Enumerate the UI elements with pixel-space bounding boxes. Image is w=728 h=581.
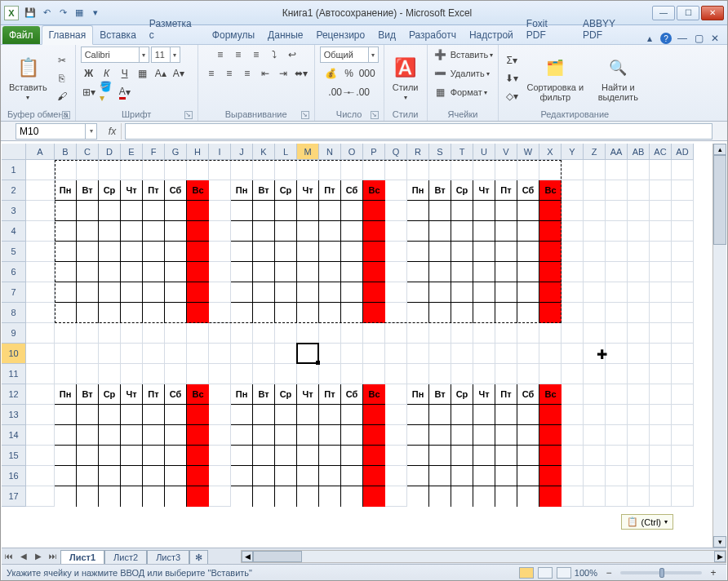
tab-data[interactable]: Данные [261, 26, 309, 44]
col-header-AD[interactable]: AD [672, 144, 694, 160]
font-color-button[interactable]: A▾ [117, 84, 133, 100]
view-normal-icon[interactable] [519, 567, 534, 579]
col-header-E[interactable]: E [121, 144, 143, 160]
col-header-C[interactable]: C [77, 144, 99, 160]
borders-dropdown[interactable]: ⊞▾ [81, 84, 97, 100]
increase-indent-icon[interactable]: ⇥ [275, 65, 291, 82]
decrease-font-icon[interactable]: A▾ [171, 65, 187, 82]
scroll-left-icon[interactable]: ◀ [242, 551, 253, 562]
minimize-button[interactable]: — [652, 6, 675, 20]
row-header-2[interactable]: 2 [2, 180, 26, 201]
align-dialog-icon[interactable]: ↘ [301, 111, 309, 119]
col-header-L[interactable]: L [275, 144, 297, 160]
col-header-B[interactable]: B [55, 144, 77, 160]
save-icon[interactable]: 💾 [24, 7, 37, 20]
decrease-indent-icon[interactable]: ⇤ [257, 65, 273, 82]
sheet-nav-next-icon[interactable]: ▶ [31, 549, 46, 564]
cut-icon[interactable]: ✂ [54, 52, 70, 69]
scroll-right-icon[interactable]: ▶ [714, 551, 726, 562]
row-header-6[interactable]: 6 [2, 262, 26, 282]
col-header-D[interactable]: D [99, 144, 121, 160]
tab-pagelayout[interactable]: Разметка с [143, 15, 206, 44]
tab-review[interactable]: Рецензиро [309, 26, 371, 44]
tab-abbyy[interactable]: ABBYY PDF [576, 15, 644, 44]
undo-icon[interactable]: ↶ [40, 7, 53, 20]
new-sheet-button[interactable]: ✻ [189, 550, 208, 565]
zoom-out-icon[interactable]: − [601, 565, 617, 581]
help-icon[interactable]: ? [660, 33, 672, 44]
merge-cells-icon[interactable]: ⬌▾ [293, 65, 309, 82]
styles-button[interactable]: 🅰️ Стили ▾ [389, 53, 422, 103]
col-header-W[interactable]: W [517, 144, 539, 160]
fill-color-button[interactable]: 🪣▾ [99, 84, 115, 100]
sheet-tab-2[interactable]: Лист2 [104, 550, 147, 564]
minimize-ribbon-icon[interactable]: ▴ [644, 33, 655, 44]
row-header-7[interactable]: 7 [2, 282, 26, 303]
wrap-text-icon[interactable]: ↩ [284, 47, 300, 63]
row-header-8[interactable]: 8 [2, 303, 26, 323]
tab-addins[interactable]: Надстрой [463, 26, 520, 44]
name-box[interactable]: M10▾ [16, 123, 97, 140]
col-header-T[interactable]: T [451, 144, 473, 160]
number-format-combo[interactable]: Общий▾ [320, 47, 379, 63]
font-dialog-icon[interactable]: ↘ [184, 111, 193, 119]
excel-icon[interactable]: X [4, 6, 19, 20]
paste-button[interactable]: 📋 Вставить ▾ [6, 53, 51, 103]
sort-filter-button[interactable]: 🗂️ Сортировка и фильтр [523, 53, 587, 104]
col-header-AB[interactable]: AB [628, 144, 650, 160]
copy-icon[interactable]: ⎘ [54, 70, 70, 86]
window-close-icon[interactable]: ✕ [709, 33, 721, 44]
col-header-F[interactable]: F [143, 144, 165, 160]
delete-label[interactable]: Удалить [451, 69, 485, 78]
font-name-combo[interactable]: Calibri▾ [81, 47, 149, 63]
paste-options-badge[interactable]: 📋 (Ctrl) ▾ [621, 514, 673, 530]
maximize-button[interactable]: ☐ [677, 6, 699, 20]
view-pagelayout-icon[interactable] [538, 567, 553, 579]
scroll-up-icon[interactable]: ▴ [713, 144, 726, 155]
hscroll-thumb[interactable] [253, 551, 302, 562]
row-header-11[interactable]: 11 [2, 364, 26, 384]
active-cell[interactable] [296, 343, 319, 364]
italic-button[interactable]: К [99, 65, 115, 82]
tab-foxit[interactable]: Foxit PDF [520, 15, 576, 44]
align-bottom-icon[interactable]: ≡ [248, 47, 264, 63]
horizontal-scrollbar[interactable]: ◀ ▶ [241, 550, 726, 563]
formula-input[interactable] [125, 123, 712, 140]
row-header-10[interactable]: 10 [2, 344, 26, 364]
col-header-K[interactable]: K [253, 144, 275, 160]
col-header-H[interactable]: H [187, 144, 209, 160]
qat-dropdown-icon[interactable]: ▾ [89, 7, 102, 20]
sheet-tab-3[interactable]: Лист3 [147, 550, 189, 564]
col-header-G[interactable]: G [165, 144, 187, 160]
find-select-button[interactable]: 🔍 Найти и выделить [590, 53, 646, 104]
row-header-4[interactable]: 4 [2, 221, 26, 242]
fill-icon[interactable]: ⬇▾ [504, 70, 520, 86]
col-header-Y[interactable]: Y [562, 144, 584, 160]
font-size-combo[interactable]: 11▾ [151, 47, 180, 63]
zoom-in-icon[interactable]: + [705, 565, 721, 581]
close-button[interactable]: ✕ [701, 6, 724, 20]
fx-icon[interactable]: fx [104, 123, 122, 140]
col-header-S[interactable]: S [429, 144, 451, 160]
tab-formulas[interactable]: Формулы [206, 26, 261, 44]
insert-cells-icon[interactable]: ➕ [433, 47, 449, 63]
align-top-icon[interactable]: ≡ [212, 47, 229, 63]
comma-icon[interactable]: 000 [359, 65, 375, 82]
row-header-17[interactable]: 17 [2, 486, 26, 507]
clear-icon[interactable]: ◇▾ [504, 88, 520, 104]
format-label[interactable]: Формат [451, 87, 482, 97]
row-header-13[interactable]: 13 [2, 405, 26, 425]
col-header-U[interactable]: U [473, 144, 495, 160]
orientation-icon[interactable]: ⤵ [266, 47, 282, 63]
align-right-icon[interactable]: ≡ [239, 65, 255, 82]
redo-icon[interactable]: ↷ [56, 7, 69, 20]
col-header-N[interactable]: N [319, 144, 341, 160]
col-header-A[interactable]: A [26, 144, 55, 160]
format-cells-icon[interactable]: ▦ [433, 84, 449, 100]
row-header-1[interactable]: 1 [2, 160, 26, 180]
bold-button[interactable]: Ж [81, 65, 97, 82]
clipboard-dialog-icon[interactable]: ↘ [62, 111, 70, 119]
col-header-M[interactable]: M [297, 144, 319, 160]
col-header-I[interactable]: I [209, 144, 231, 160]
sheet-tab-1[interactable]: Лист1 [60, 550, 104, 564]
